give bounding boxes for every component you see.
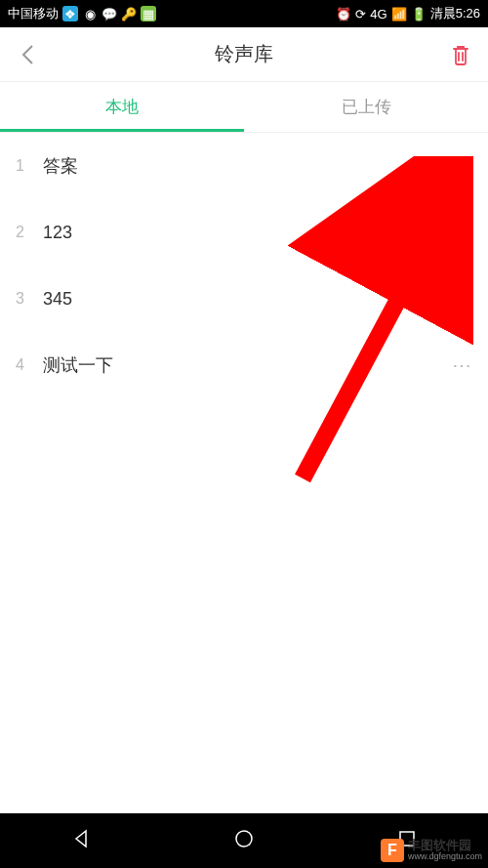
nav-home-button[interactable] — [233, 828, 255, 853]
status-left: 中国移动 ❖ ◉ 💬 🔑 ▦ — [8, 5, 156, 22]
svg-point-2 — [236, 831, 252, 847]
ringtone-list: 1 答案 ⋯ 2 123 ⋯ 3 345 ⋯ 4 测试一下 ⋯ — [0, 133, 488, 398]
app-icon-2: ▦ — [141, 6, 156, 21]
tab-label: 本地 — [105, 96, 139, 118]
sync-icon: ⟳ — [355, 7, 366, 21]
tab-local[interactable]: 本地 — [0, 82, 244, 132]
svg-rect-3 — [400, 832, 414, 846]
item-title: 123 — [43, 223, 443, 243]
tab-label: 已上传 — [342, 96, 391, 118]
time-label: 清晨5:26 — [430, 5, 480, 22]
delete-button[interactable] — [449, 43, 472, 66]
record-icon: ◉ — [82, 6, 98, 21]
page-title: 铃声库 — [215, 41, 273, 67]
android-nav-bar — [0, 813, 488, 868]
signal-icon: 📶 — [391, 7, 407, 21]
nav-back-button[interactable] — [70, 828, 92, 853]
app-icon-1: ❖ — [62, 6, 78, 21]
tabs: 本地 已上传 — [0, 82, 488, 133]
status-bar: 中国移动 ❖ ◉ 💬 🔑 ▦ ⏰ ⟳ 4G 📶 🔋 清晨5:26 — [0, 0, 488, 27]
list-item[interactable]: 2 123 ⋯ — [0, 199, 488, 266]
more-icon[interactable]: ⋯ — [443, 287, 472, 310]
alarm-icon: ⏰ — [336, 7, 351, 21]
page-header: 铃声库 — [0, 27, 488, 82]
carrier-label: 中国移动 — [8, 5, 59, 22]
more-icon[interactable]: ⋯ — [443, 221, 472, 244]
key-icon: 🔑 — [121, 6, 137, 21]
item-index: 4 — [16, 356, 43, 374]
item-title: 345 — [43, 289, 443, 310]
item-title: 测试一下 — [43, 353, 443, 377]
more-icon[interactable]: ⋯ — [443, 353, 472, 377]
item-index: 1 — [16, 157, 43, 175]
item-index: 3 — [16, 290, 43, 308]
more-icon[interactable]: ⋯ — [443, 154, 472, 178]
list-item[interactable]: 4 测试一下 ⋯ — [0, 332, 488, 398]
back-button[interactable] — [16, 43, 39, 66]
list-item[interactable]: 1 答案 ⋯ — [0, 133, 488, 199]
item-title: 答案 — [43, 154, 443, 178]
item-index: 2 — [16, 224, 43, 241]
list-item[interactable]: 3 345 ⋯ — [0, 266, 488, 332]
nav-recent-button[interactable] — [396, 828, 418, 853]
tab-uploaded[interactable]: 已上传 — [244, 82, 488, 132]
chat-icon: 💬 — [102, 6, 117, 21]
battery-icon: 🔋 — [411, 7, 427, 21]
network-label: 4G — [370, 7, 386, 21]
status-right: ⏰ ⟳ 4G 📶 🔋 清晨5:26 — [336, 5, 480, 22]
